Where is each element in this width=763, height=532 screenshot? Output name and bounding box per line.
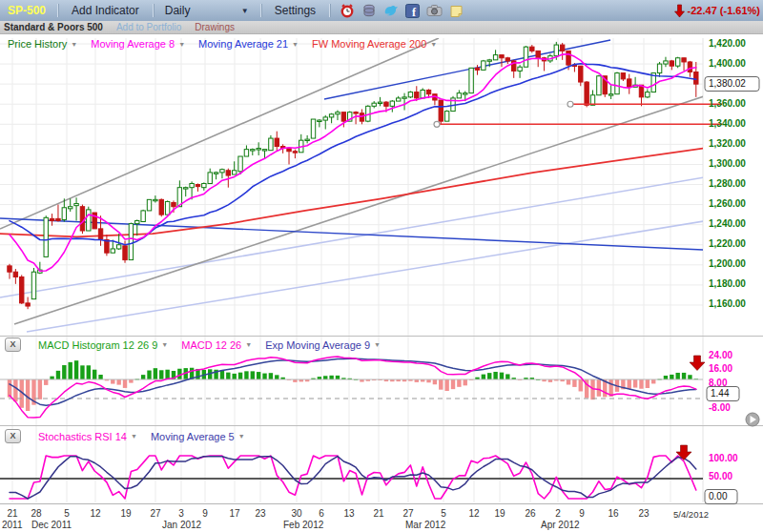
svg-text:1,240.00: 1,240.00 xyxy=(709,218,746,229)
svg-text:1,300.00: 1,300.00 xyxy=(709,158,746,169)
svg-text:21: 21 xyxy=(373,508,384,519)
svg-text:2: 2 xyxy=(555,508,561,519)
svg-text:1,340.00: 1,340.00 xyxy=(709,118,746,129)
chevron-down-icon: ▼ xyxy=(245,341,252,348)
svg-text:5/4/2012: 5/4/2012 xyxy=(673,509,709,520)
svg-text:23: 23 xyxy=(255,508,266,519)
legend-ma21[interactable]: Moving Average 21 ▼ xyxy=(198,38,299,50)
macd-histogram xyxy=(8,360,698,411)
camera-icon[interactable] xyxy=(426,4,443,17)
chevron-down-icon: ▼ xyxy=(238,433,245,440)
svg-text:27: 27 xyxy=(402,508,414,519)
svg-text:Jan 2012: Jan 2012 xyxy=(162,520,202,530)
stoch-legend: X Stochastics RSI 14 ▼ Moving Average 5 … xyxy=(5,429,245,443)
settings-button[interactable]: Settings xyxy=(265,4,325,17)
candlesticks xyxy=(8,42,698,309)
svg-text:1,260.00: 1,260.00 xyxy=(709,198,746,209)
time-axis[interactable]: 2128512192739172330613212751219262916232… xyxy=(2,508,709,530)
chevron-down-icon: ▼ xyxy=(374,341,381,348)
stoch-close-button[interactable]: X xyxy=(5,429,21,443)
symbol-label[interactable]: SP-500 xyxy=(0,4,53,17)
chevron-down-icon: ▼ xyxy=(430,41,437,48)
svg-text:1,280.00: 1,280.00 xyxy=(709,178,746,189)
toolbar-divider xyxy=(153,4,154,17)
svg-text:Feb 2012: Feb 2012 xyxy=(283,520,324,530)
charting-app: 1,420.001,400.001,360.001,340.001,320.00… xyxy=(0,0,763,532)
alarm-icon[interactable] xyxy=(340,3,355,18)
toolbar: SP-500 Add Indicator Daily ▼ Settings xyxy=(0,0,763,22)
legend-ma8[interactable]: Moving Average 8 ▼ xyxy=(91,38,185,50)
down-arrow-icon xyxy=(674,4,685,18)
svg-text:24.00: 24.00 xyxy=(709,350,732,360)
svg-text:13: 13 xyxy=(343,508,355,519)
svg-text:-8.00: -8.00 xyxy=(709,402,731,413)
svg-text:1,200.00: 1,200.00 xyxy=(709,258,746,269)
svg-text:0.00: 0.00 xyxy=(709,491,728,501)
svg-text:5: 5 xyxy=(64,508,70,519)
scroll-forward-button[interactable] xyxy=(746,413,759,426)
svg-text:8.00: 8.00 xyxy=(709,378,728,388)
svg-text:1,420.00: 1,420.00 xyxy=(709,38,746,49)
chevron-down-icon: ▼ xyxy=(292,41,299,48)
macd-legend: X MACD Histogram 12 26 9 ▼ MACD 12 26 ▼ … xyxy=(5,338,381,352)
timeframe-value: Daily xyxy=(165,4,191,17)
svg-text:16: 16 xyxy=(608,508,619,519)
legend-exp-ma9[interactable]: Exp Moving Average 9 ▼ xyxy=(265,339,381,351)
svg-text:1,220.00: 1,220.00 xyxy=(709,238,746,249)
facebook-icon[interactable]: f xyxy=(405,4,420,18)
legend-macd-histogram[interactable]: MACD Histogram 12 26 9 ▼ xyxy=(38,339,168,351)
svg-text:3: 3 xyxy=(178,508,184,519)
twitter-icon[interactable] xyxy=(383,3,399,18)
svg-text:30: 30 xyxy=(291,508,302,519)
svg-text:Dec 2011: Dec 2011 xyxy=(31,520,72,530)
svg-text:16.00: 16.00 xyxy=(709,363,732,374)
stoch-axis[interactable]: 100.0050.00 xyxy=(709,453,738,481)
chevron-down-icon: ▼ xyxy=(71,41,77,48)
svg-text:19: 19 xyxy=(494,508,505,519)
svg-text:1,400.00: 1,400.00 xyxy=(709,58,746,69)
timeframe-dropdown[interactable]: Daily ▼ xyxy=(157,4,257,17)
add-to-portfolio-link[interactable]: Add to Portfolio xyxy=(116,22,181,32)
toolbar-divider xyxy=(329,4,330,17)
macd-close-button[interactable]: X xyxy=(5,338,21,352)
svg-text:Mar 2012: Mar 2012 xyxy=(405,520,446,530)
svg-text:28: 28 xyxy=(31,508,42,519)
legend-stoch-rsi[interactable]: Stochastics RSI 14 ▼ xyxy=(38,431,137,442)
svg-text:100.00: 100.00 xyxy=(709,453,738,463)
current-macd-box: 1.44 xyxy=(707,387,739,401)
change-value: -22.47 (-1.61%) xyxy=(688,5,760,16)
chevron-down-icon: ▼ xyxy=(161,341,168,348)
legend-macd[interactable]: MACD 12 26 ▼ xyxy=(181,339,252,351)
quote-change: -22.47 (-1.61%) xyxy=(674,4,763,18)
drawings-link[interactable]: Drawings xyxy=(195,22,235,32)
legend-price-history[interactable]: Price History ▼ xyxy=(8,38,77,50)
svg-text:2011: 2011 xyxy=(2,520,23,530)
svg-text:23: 23 xyxy=(638,508,650,519)
legend-stoch-ma5[interactable]: Moving Average 5 ▼ xyxy=(151,431,245,442)
database-icon[interactable] xyxy=(361,3,377,18)
chevron-down-icon: ▼ xyxy=(178,41,185,48)
chart-canvas[interactable]: 1,420.001,400.001,360.001,340.001,320.00… xyxy=(0,0,763,532)
svg-text:5: 5 xyxy=(441,508,446,519)
svg-text:12: 12 xyxy=(468,508,480,519)
svg-text:26: 26 xyxy=(525,508,536,519)
legend-fw-ma200[interactable]: FW Moving Average 200 ▼ xyxy=(312,38,437,50)
svg-text:1,360.00: 1,360.00 xyxy=(709,98,746,109)
toolbar-icons: f xyxy=(340,3,464,18)
toolbar-divider xyxy=(57,4,58,17)
add-indicator-button[interactable]: Add Indicator xyxy=(62,4,149,17)
note-icon[interactable] xyxy=(449,4,464,18)
svg-text:6: 6 xyxy=(319,508,324,519)
symbol-subbar: Standard & Poors 500 Add to Portfolio Dr… xyxy=(0,21,763,34)
macd-axis[interactable]: 24.0016.008.00-8.00 xyxy=(709,350,732,413)
svg-text:9: 9 xyxy=(579,508,585,519)
symbol-fullname: Standard & Poors 500 xyxy=(4,22,103,32)
svg-text:17: 17 xyxy=(229,508,240,519)
svg-text:1,180.00: 1,180.00 xyxy=(709,278,746,289)
svg-text:9: 9 xyxy=(202,508,208,519)
current-price-box: 1,380.02 xyxy=(705,77,759,92)
stoch-lines xyxy=(10,456,696,499)
current-stoch-box: 0.00 xyxy=(705,490,737,504)
svg-text:12: 12 xyxy=(90,508,101,519)
svg-text:1.44: 1.44 xyxy=(711,388,730,399)
